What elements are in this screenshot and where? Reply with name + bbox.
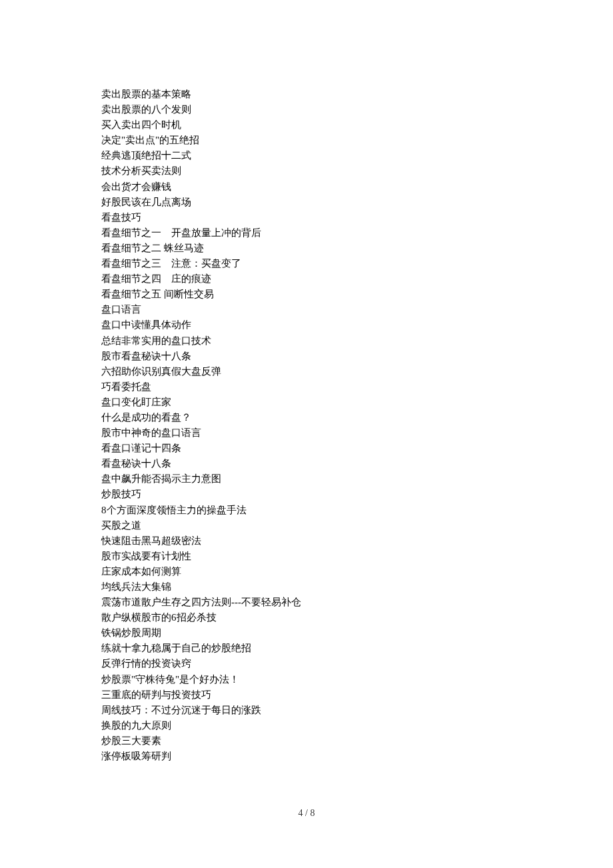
text-line: 看盘细节之二 蛛丝马迹: [101, 241, 533, 256]
text-line: 炒股三大要素: [101, 733, 533, 749]
text-line: 六招助你识别真假大盘反弹: [101, 364, 533, 379]
text-line: 盘口语言: [101, 302, 533, 317]
text-line: 8个方面深度领悟主力的操盘手法: [101, 503, 533, 518]
text-line: 看盘秘诀十八条: [101, 456, 533, 471]
document-page: 卖出股票的基本策略卖出股票的八个发则买入卖出四个时机决定"卖出点"的五绝招经典逃…: [0, 0, 613, 868]
text-line: 看盘口谨记十四条: [101, 441, 533, 456]
text-line: 好股民该在几点离场: [101, 195, 533, 210]
text-line: 看盘细节之五 间断性交易: [101, 287, 533, 302]
text-line: 盘中飙升能否揭示主力意图: [101, 471, 533, 487]
text-line: 卖出股票的八个发则: [101, 102, 533, 117]
text-line: 练就十拿九稳属于自己的炒股绝招: [101, 641, 533, 656]
text-line: 决定"卖出点"的五绝招: [101, 133, 533, 148]
text-line: 炒股技巧: [101, 487, 533, 502]
text-line: 股市中神奇的盘口语言: [101, 425, 533, 441]
text-line: 巧看委托盘: [101, 379, 533, 395]
text-line: 看盘细节之四 庄的痕迹: [101, 271, 533, 287]
text-line: 技术分析买卖法则: [101, 163, 533, 179]
text-line: 快速阻击黑马超级密法: [101, 533, 533, 549]
text-line: 买股之道: [101, 518, 533, 533]
text-line: 看盘细节之三 注意：买盘变了: [101, 256, 533, 271]
text-line: 什么是成功的看盘？: [101, 410, 533, 425]
text-line: 炒股票"守株待兔"是个好办法！: [101, 672, 533, 687]
text-line: 看盘技巧: [101, 210, 533, 225]
content-lines: 卖出股票的基本策略卖出股票的八个发则买入卖出四个时机决定"卖出点"的五绝招经典逃…: [101, 87, 533, 764]
text-line: 总结非常实用的盘口技术: [101, 333, 533, 349]
text-line: 震荡市道散户生存之四方法则---不要轻易补仓: [101, 595, 533, 610]
text-line: 铁锅炒股周期: [101, 625, 533, 641]
text-line: 涨停板吸筹研判: [101, 749, 533, 764]
text-line: 股市看盘秘诀十八条: [101, 349, 533, 364]
page-number: 4 / 8: [0, 808, 613, 819]
text-line: 周线技巧：不过分沉迷于每日的涨跌: [101, 703, 533, 718]
text-line: 经典逃顶绝招十二式: [101, 148, 533, 163]
text-line: 换股的九大原则: [101, 718, 533, 733]
text-line: 均线兵法大集锦: [101, 579, 533, 595]
text-line: 看盘细节之一 开盘放量上冲的背后: [101, 225, 533, 241]
text-line: 反弹行情的投资诀窍: [101, 656, 533, 671]
text-line: 买入卖出四个时机: [101, 117, 533, 133]
text-line: 卖出股票的基本策略: [101, 87, 533, 102]
text-line: 股市实战要有计划性: [101, 549, 533, 564]
text-line: 盘口中读懂具体动作: [101, 317, 533, 333]
text-line: 三重底的研判与投资技巧: [101, 687, 533, 703]
text-line: 盘口变化盯庄家: [101, 395, 533, 410]
text-line: 散户纵横股市的6招必杀技: [101, 610, 533, 625]
text-line: 庄家成本如何测算: [101, 564, 533, 579]
text-line: 会出货才会赚钱: [101, 179, 533, 195]
